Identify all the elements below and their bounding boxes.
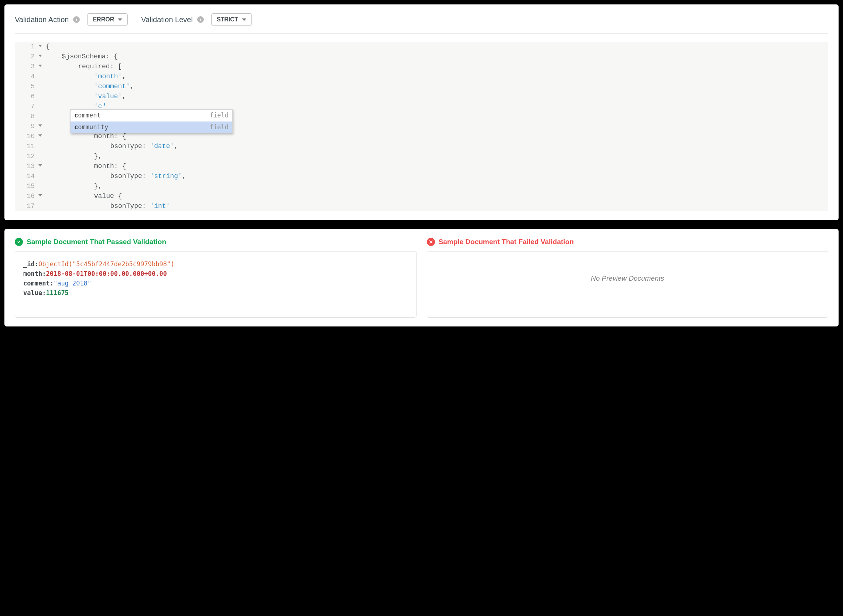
times-circle-icon bbox=[427, 238, 435, 246]
line-number: 4 bbox=[15, 72, 37, 82]
passed-title: Sample Document That Passed Validation bbox=[15, 238, 416, 246]
code-content: bsonType: 'date', bbox=[37, 141, 178, 151]
line-number: 8 bbox=[15, 111, 37, 122]
line-number: 11 bbox=[15, 141, 37, 151]
code-line[interactable]: 1{ bbox=[15, 42, 828, 52]
autocomplete-popup[interactable]: commentfieldcommunityfield bbox=[70, 109, 233, 133]
chevron-down-icon bbox=[118, 19, 122, 21]
chevron-down-icon bbox=[242, 19, 246, 21]
validation-level-dropdown[interactable]: STRICT bbox=[211, 13, 252, 26]
doc-field: _id ObjectId("5c45bf2447de2b5c9979bb98") bbox=[23, 260, 408, 268]
code-line[interactable]: 15 }, bbox=[15, 181, 828, 191]
code-line[interactable]: 11 bsonType: 'date', bbox=[15, 141, 828, 151]
line-number: 12 bbox=[15, 151, 37, 161]
fold-arrow-icon[interactable] bbox=[38, 65, 42, 67]
line-number: 14 bbox=[15, 172, 37, 181]
autocomplete-item[interactable]: commentfield bbox=[70, 110, 232, 122]
code-content: month: { bbox=[37, 161, 126, 172]
code-content: 'month', bbox=[37, 72, 126, 82]
validation-action-dropdown[interactable]: ERROR bbox=[87, 13, 128, 26]
passed-document: _id ObjectId("5c45bf2447de2b5c9979bb98")… bbox=[15, 251, 416, 318]
validation-level-value: STRICT bbox=[217, 16, 238, 23]
validation-results-panel: Sample Document That Passed Validation _… bbox=[4, 229, 839, 327]
code-content: bsonType: 'int' bbox=[37, 201, 170, 211]
line-number: 16 bbox=[15, 191, 37, 201]
fold-arrow-icon[interactable] bbox=[38, 164, 42, 167]
check-circle-icon bbox=[15, 238, 23, 246]
info-icon[interactable]: i bbox=[197, 16, 204, 23]
line-number: 13 bbox=[15, 161, 37, 172]
code-line[interactable]: 2 $jsonSchema: { bbox=[15, 52, 828, 62]
fold-arrow-icon[interactable] bbox=[38, 135, 42, 136]
autocomplete-item[interactable]: communityfield bbox=[70, 122, 232, 133]
failed-title: Sample Document That Failed Validation bbox=[427, 238, 828, 246]
line-number: 2 bbox=[15, 52, 37, 62]
code-line[interactable]: 12 }, bbox=[15, 151, 828, 161]
line-number: 17 bbox=[15, 201, 37, 211]
code-content: 'value', bbox=[37, 92, 126, 101]
code-line[interactable]: 14 bsonType: 'string', bbox=[15, 172, 828, 181]
code-content: bsonType: 'string', bbox=[37, 172, 186, 181]
doc-field: month 2018-08-01T00:00:00.00.000+00.00 bbox=[23, 270, 408, 277]
fold-arrow-icon[interactable] bbox=[38, 55, 42, 57]
line-number: 7 bbox=[15, 101, 37, 111]
code-content: }, bbox=[37, 151, 102, 161]
line-number: 3 bbox=[15, 62, 37, 72]
info-icon[interactable]: i bbox=[73, 16, 80, 23]
code-line[interactable]: 3 required: [ bbox=[15, 62, 828, 72]
line-number: 10 bbox=[15, 132, 37, 141]
code-line[interactable]: 17 bsonType: 'int' bbox=[15, 201, 828, 211]
line-number: 15 bbox=[15, 181, 37, 191]
doc-field: value 111675 bbox=[23, 289, 408, 296]
failed-document-empty: No Preview Documents bbox=[427, 251, 828, 318]
fold-arrow-icon[interactable] bbox=[38, 45, 42, 47]
line-number: 1 bbox=[15, 42, 37, 52]
code-content: $jsonSchema: { bbox=[37, 52, 118, 62]
line-number: 5 bbox=[15, 82, 37, 92]
line-number: 9 bbox=[15, 122, 37, 132]
code-line[interactable]: 6 'value', bbox=[15, 92, 828, 101]
validation-action-label: Validation Action bbox=[15, 16, 69, 24]
fold-arrow-icon[interactable] bbox=[38, 125, 42, 127]
code-line[interactable]: 16 value { bbox=[15, 191, 828, 201]
passed-column: Sample Document That Passed Validation _… bbox=[15, 238, 416, 318]
code-line[interactable]: 13 month: { bbox=[15, 161, 828, 172]
doc-field: comment "aug 2018" bbox=[23, 280, 408, 287]
fold-arrow-icon[interactable] bbox=[38, 194, 42, 197]
validation-header: Validation Action i ERROR Validation Lev… bbox=[15, 13, 828, 34]
code-content: 'comment', bbox=[37, 82, 134, 92]
code-content: value { bbox=[37, 191, 122, 201]
code-content: required: [ bbox=[37, 62, 122, 72]
code-line[interactable]: 4 'month', bbox=[15, 72, 828, 82]
schema-editor[interactable]: 1{2 $jsonSchema: {3 required: [4 'month'… bbox=[15, 42, 828, 211]
validation-action-value: ERROR bbox=[93, 16, 114, 23]
line-number: 6 bbox=[15, 92, 37, 101]
failed-column: Sample Document That Failed Validation N… bbox=[427, 238, 828, 318]
validation-editor-panel: Validation Action i ERROR Validation Lev… bbox=[4, 4, 839, 220]
validation-level-label: Validation Level bbox=[141, 16, 193, 24]
code-line[interactable]: 5 'comment', bbox=[15, 82, 828, 92]
code-content: }, bbox=[37, 181, 102, 191]
